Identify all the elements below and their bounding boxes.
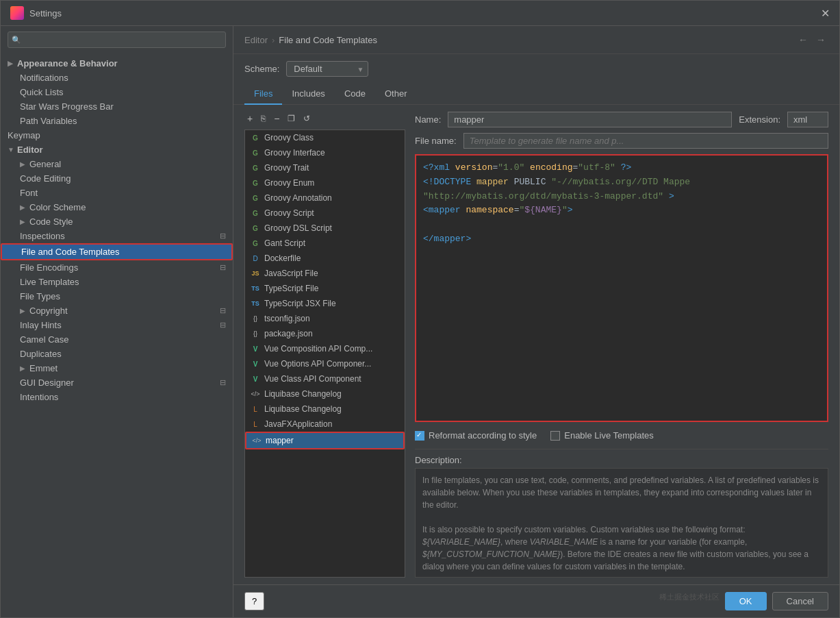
file-item-javafx[interactable]: L JavaFXApplication [245,417,405,432]
live-templates-checkbox[interactable] [550,431,560,441]
nav-forward-button[interactable]: → [813,33,828,47]
search-icon: 🔍 [12,36,21,45]
sidebar-item-file-encodings[interactable]: File Encodings ⊟ [1,260,233,275]
sidebar-item-code-editing[interactable]: Code Editing [1,171,233,186]
file-item-dockerfile[interactable]: D Dockerfile [245,251,405,266]
file-item-label: mapper [266,436,294,445]
sidebar-item-emmet[interactable]: ▶ Emmet [1,361,233,375]
sidebar-item-label: Star Wars Progress Bar [20,101,114,112]
sidebar-item-label: Code Style [29,217,73,227]
file-item-groovy-trait[interactable]: G Groovy Trait [245,160,405,175]
file-item-vue-class[interactable]: V Vue Class API Component [245,371,405,386]
sidebar-item-inspections[interactable]: Inspections ⊟ [1,229,233,243]
groovy-dsl-icon: G [251,225,260,232]
file-item-label: tsconfig.json [264,314,310,323]
sidebar-item-gui-designer[interactable]: GUI Designer ⊟ [1,375,233,390]
file-item-package-json[interactable]: {} package.json [245,326,405,341]
file-item-groovy-enum[interactable]: G Groovy Enum [245,175,405,190]
file-item-groovy-annotation[interactable]: G Groovy Annotation [245,190,405,206]
sidebar-item-label: Editor [17,145,43,155]
badge-icon-gui: ⊟ [220,378,226,387]
file-item-tsconfig[interactable]: {} tsconfig.json [245,311,405,326]
duplicate-template-button[interactable]: ❐ [285,112,298,125]
expand-arrow-editor: ▼ [8,146,14,153]
sidebar-item-notifications[interactable]: Notifications [1,71,233,85]
copy-template-button[interactable]: ⎘ [258,112,268,125]
tab-files[interactable]: Files [244,84,282,105]
file-item-ts[interactable]: TS TypeScript File [245,281,405,296]
file-list: G Groovy Class G Groovy Interface G Groo… [244,129,405,578]
nav-back-button[interactable]: ← [796,33,811,47]
ts-icon: TS [251,285,260,292]
remove-template-button[interactable]: − [271,112,282,125]
sidebar-item-keymap[interactable]: Keymap [1,128,233,143]
sidebar-item-label: Keymap [8,130,40,140]
reformat-checkbox[interactable] [415,431,424,441]
tab-other[interactable]: Other [375,84,417,105]
expand-arrow-emmet: ▶ [20,364,27,372]
search-box: 🔍 [8,32,226,48]
javafx-icon: L [251,421,260,428]
file-item-gant[interactable]: G Gant Script [245,236,405,251]
close-button[interactable]: ✕ [821,7,830,20]
sidebar-item-general[interactable]: ▶ General [1,157,233,171]
sidebar-item-file-types[interactable]: File Types [1,289,233,304]
extension-label: Extension: [739,114,780,125]
settings-dialog: Settings ✕ 🔍 ▶ Appearance & Behavior Not… [0,0,840,618]
file-item-groovy-class[interactable]: G Groovy Class [245,130,405,145]
cancel-button[interactable]: Cancel [772,592,828,610]
sidebar-item-color-scheme[interactable]: ▶ Color Scheme [1,200,233,214]
file-item-groovy-dsl[interactable]: G Groovy DSL Script [245,221,405,236]
dockerfile-icon: D [251,255,260,262]
file-item-vue-options[interactable]: V Vue Options API Componer... [245,356,405,371]
search-input[interactable] [8,32,226,48]
reset-template-button[interactable]: ↺ [301,112,313,125]
live-templates-label: Enable Live Templates [564,430,654,441]
sidebar-item-copyright[interactable]: ▶ Copyright ⊟ [1,304,233,318]
sidebar-item-camel-case[interactable]: Camel Case [1,332,233,347]
breadcrumb-parent: Editor [244,35,268,45]
scheme-select[interactable]: Default Project [286,61,368,77]
ok-button[interactable]: OK [725,592,767,610]
tab-code[interactable]: Code [335,84,375,105]
sidebar-item-inlay-hints[interactable]: Inlay Hints ⊟ [1,318,233,332]
extension-input[interactable] [787,112,828,127]
sidebar-item-appearance[interactable]: ▶ Appearance & Behavior [1,56,233,71]
js-icon: JS [251,270,260,277]
sidebar-item-intentions[interactable]: Intentions [1,390,233,404]
file-item-js[interactable]: JS JavaScript File [245,266,405,281]
sidebar-item-file-code-templates[interactable]: File and Code Templates [1,243,233,260]
name-label: Name: [415,114,441,125]
file-item-groovy-script[interactable]: G Groovy Script [245,206,405,221]
sidebar-item-quick-lists[interactable]: Quick Lists [1,85,233,99]
app-logo [10,6,24,20]
sidebar-item-path-variables[interactable]: Path Variables [1,114,233,128]
live-templates-checkbox-row[interactable]: Enable Live Templates [550,430,654,441]
code-editor[interactable]: <?xml version="1.0" encoding="utf-8" ?> … [415,154,828,422]
sidebar-item-duplicates[interactable]: Duplicates [1,347,233,361]
sidebar-item-label: Emmet [29,363,58,373]
file-item-mapper[interactable]: </> mapper [245,432,405,449]
sidebar-item-live-templates[interactable]: Live Templates [1,275,233,289]
reformat-checkbox-row[interactable]: Reformat according to style [415,430,537,441]
file-item-liquibase-xml[interactable]: </> Liquibase Changelog [245,386,405,401]
file-item-vue-composition[interactable]: V Vue Composition API Comp... [245,341,405,356]
name-input[interactable] [448,112,732,127]
file-item-ts-jsx[interactable]: TS TypeScript JSX File [245,296,405,311]
tab-includes[interactable]: Includes [282,84,334,105]
add-template-button[interactable]: + [244,112,255,125]
file-item-groovy-interface[interactable]: G Groovy Interface [245,145,405,160]
sidebar-item-font[interactable]: Font [1,186,233,200]
filename-input[interactable] [463,133,828,149]
description-text1: In file templates, you can use text, cod… [422,475,819,510]
sidebar-item-code-style[interactable]: ▶ Code Style [1,214,233,229]
file-list-toolbar: + ⎘ − ❐ ↺ [244,112,405,125]
sidebar-item-star-wars[interactable]: Star Wars Progress Bar [1,99,233,114]
scheme-row: Scheme: Default Project ▼ [233,54,839,84]
file-item-liquibase-yaml[interactable]: L Liquibase Changelog [245,401,405,417]
help-button[interactable]: ? [244,592,264,610]
description-text2: It is also possible to specify custom va… [422,525,809,571]
file-item-label: Gant Script [264,238,305,248]
editor-area: + ⎘ − ❐ ↺ G Groovy Class G Groovy I [233,105,839,584]
sidebar-item-editor[interactable]: ▼ Editor [1,143,233,157]
